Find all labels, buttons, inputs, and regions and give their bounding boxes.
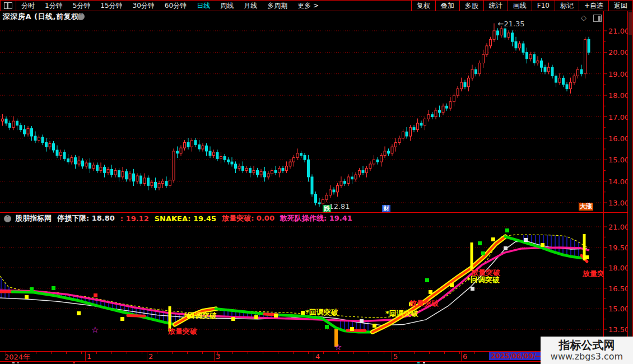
x-tick — [384, 352, 384, 354]
x-tick — [353, 352, 354, 354]
tool-item-多股[interactable]: 多股 — [459, 1, 483, 11]
x-axis-label: 5 — [393, 352, 398, 361]
menu-item-分时[interactable]: 分时 — [16, 1, 40, 11]
x-axis-label: 2024年 — [4, 352, 30, 362]
x-tick — [338, 352, 339, 354]
x-axis-label: 2 — [148, 352, 153, 361]
indicator-value: : 19.12 — [120, 214, 149, 223]
watermark-url: www.zbgs3.com — [551, 351, 623, 362]
x-tick — [36, 352, 36, 354]
top-menu-bar: 分时1分钟5分钟15分钟30分钟60分钟日线周线月线多周期更多 > 复权叠加多股… — [0, 0, 632, 11]
x-tick — [399, 352, 399, 354]
event-marker-大涨[interactable]: 大涨 — [579, 203, 593, 211]
x-axis-label: 4 — [315, 352, 320, 361]
indicator-value: 停损下限: 18.80 — [57, 213, 115, 223]
indicator-header: ˅ 股朋指标网停损下限: 18.80: 19.12SNAKEA: 19.45放量… — [1, 214, 358, 223]
x-tick — [96, 352, 97, 354]
tool-item-画线[interactable]: 画线 — [508, 1, 532, 11]
x-tick — [323, 352, 324, 354]
x-tick — [232, 352, 233, 354]
x-axis-label: 3 — [216, 352, 220, 361]
period-menu: 分时1分钟5分钟15分钟30分钟60分钟日线周线月线多周期更多 > — [1, 1, 324, 11]
diamond-icon[interactable]: ◇ — [581, 13, 587, 22]
tdx-stock-app: { "window": { "title": "深深房A (日线,前复权)", … — [0, 0, 633, 364]
tool-item-叠加[interactable]: 叠加 — [435, 1, 459, 11]
watermark-title: 指标公式网 — [559, 339, 615, 351]
indicator-value: SNAKEA: 19.45 — [155, 214, 216, 223]
menu-item-日线[interactable]: 日线 — [192, 1, 215, 11]
x-tick — [202, 352, 203, 354]
x-tick — [127, 352, 127, 354]
panel-divider — [0, 212, 627, 213]
title-bar: 深深房A (日线,前复权) ˅ — [0, 10, 603, 22]
x-tick — [459, 352, 460, 354]
tool-item-+自选[interactable]: +自选 — [579, 1, 608, 11]
x-tick — [187, 352, 188, 354]
x-tick — [429, 352, 430, 354]
date-range-label: 2025/06/09/— — [489, 352, 544, 360]
status-mark — [417, 362, 420, 364]
chart-overlay: 跌财大涨 — [0, 0, 603, 364]
indicator-value: 股朋指标网 — [15, 213, 52, 223]
indicator-value: 敢死队操作线: 19.41 — [280, 213, 352, 223]
tool-item-复权[interactable]: 复权 — [411, 1, 435, 11]
x-tick — [172, 352, 173, 354]
x-tick — [263, 352, 263, 354]
menu-item-15分钟[interactable]: 15分钟 — [95, 1, 127, 11]
x-tick — [444, 352, 445, 354]
xaxis-bottom-line — [0, 361, 627, 362]
x-tick — [414, 352, 415, 354]
tool-item-统计[interactable]: 统计 — [483, 1, 508, 11]
x-axis-label: 1 — [87, 352, 91, 361]
scrollbar-thumb[interactable] — [629, 12, 632, 35]
tool-item-返回[interactable]: 返回 — [608, 1, 632, 11]
tool-item-标记[interactable]: 标记 — [555, 1, 579, 11]
menu-item-30分钟[interactable]: 30分钟 — [128, 1, 160, 11]
x-axis-separator — [392, 352, 392, 361]
x-axis-label: 6 — [463, 352, 467, 361]
event-marker-财[interactable]: 财 — [382, 205, 390, 213]
x-axis-separator — [214, 352, 215, 361]
x-axis-separator — [461, 352, 462, 361]
status-mark — [423, 362, 425, 364]
status-mark — [73, 362, 75, 364]
x-tick — [142, 352, 142, 354]
menu-item-周线[interactable]: 周线 — [215, 1, 239, 11]
price-axis-line — [603, 10, 604, 364]
menu-item-多周期[interactable]: 多周期 — [262, 1, 292, 11]
tool-item-F10[interactable]: F10 — [532, 1, 555, 11]
x-tick — [51, 352, 52, 354]
x-tick — [308, 352, 309, 354]
menu-item-5分钟[interactable]: 5分钟 — [68, 1, 96, 11]
x-tick — [474, 352, 475, 354]
x-axis-separator — [85, 352, 86, 361]
chevron-down-icon[interactable]: ˅ — [4, 215, 11, 222]
menu-item-60分钟[interactable]: 60分钟 — [160, 1, 192, 11]
menu-item-更多 >[interactable]: 更多 > — [292, 1, 324, 11]
x-tick — [111, 352, 112, 354]
x-axis-separator — [147, 352, 147, 361]
stock-title: 深深房A (日线,前复权) — [3, 12, 82, 22]
indicator-value: 放量突破: 0.00 — [222, 213, 274, 223]
x-tick — [248, 352, 248, 354]
watermark: 指标公式网 www.zbgs3.com — [541, 337, 633, 364]
menu-item-月线[interactable]: 月线 — [239, 1, 262, 11]
split-pane-icon[interactable] — [593, 15, 602, 22]
menu-item-1分钟[interactable]: 1分钟 — [40, 1, 68, 11]
x-tick — [293, 352, 294, 354]
x-axis: 2024年1234562025/06/09/— — [0, 352, 627, 361]
x-tick — [157, 352, 157, 354]
x-tick — [81, 352, 82, 354]
tool-menu: 复权叠加多股统计画线F10标记+自选返回 — [411, 1, 632, 11]
x-tick — [66, 352, 67, 354]
event-marker-跌[interactable]: 跌 — [323, 205, 331, 213]
split-window-icon[interactable] — [4, 2, 12, 9]
x-tick — [369, 352, 369, 354]
chevron-down-icon[interactable]: ˅ — [77, 13, 85, 20]
scrollbar[interactable] — [628, 10, 632, 364]
x-tick — [278, 352, 278, 354]
x-axis-separator — [314, 352, 314, 361]
